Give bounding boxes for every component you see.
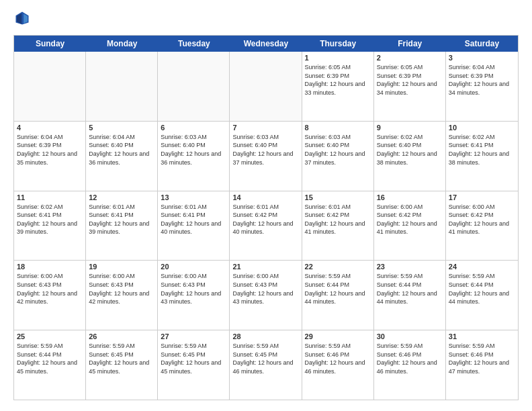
- day-cell-16: 16Sunrise: 6:00 AM Sunset: 6:42 PM Dayli…: [374, 191, 446, 261]
- day-number: 28: [232, 332, 298, 340]
- day-cell-13: 13Sunrise: 6:01 AM Sunset: 6:41 PM Dayli…: [158, 191, 230, 261]
- day-cell-24: 24Sunrise: 5:59 AM Sunset: 6:44 PM Dayli…: [446, 261, 518, 330]
- day-info: Sunrise: 5:59 AM Sunset: 6:45 PM Dayligh…: [89, 342, 154, 375]
- day-cell-31: 31Sunrise: 5:59 AM Sunset: 6:46 PM Dayli…: [446, 330, 518, 400]
- calendar-body: 1Sunrise: 6:05 AM Sunset: 6:39 PM Daylig…: [14, 52, 518, 400]
- header-cell-saturday: Saturday: [446, 36, 518, 52]
- day-info: Sunrise: 6:03 AM Sunset: 6:40 PM Dayligh…: [232, 133, 298, 167]
- day-info: Sunrise: 5:59 AM Sunset: 6:45 PM Dayligh…: [232, 342, 298, 375]
- day-number: 12: [89, 193, 154, 201]
- calendar: SundayMondayTuesdayWednesdayThursdayFrid…: [13, 35, 519, 400]
- empty-cell: [230, 52, 302, 121]
- header-cell-sunday: Sunday: [14, 36, 86, 52]
- day-info: Sunrise: 6:02 AM Sunset: 6:41 PM Dayligh…: [449, 133, 515, 167]
- page: SundayMondayTuesdayWednesdayThursdayFrid…: [0, 0, 532, 411]
- empty-cell: [158, 52, 230, 121]
- day-number: 29: [305, 332, 371, 340]
- day-cell-22: 22Sunrise: 5:59 AM Sunset: 6:44 PM Dayli…: [302, 261, 374, 330]
- day-number: 4: [17, 124, 83, 132]
- day-cell-9: 9Sunrise: 6:02 AM Sunset: 6:40 PM Daylig…: [374, 122, 446, 191]
- day-info: Sunrise: 5:59 AM Sunset: 6:45 PM Dayligh…: [161, 342, 226, 375]
- day-info: Sunrise: 5:59 AM Sunset: 6:44 PM Dayligh…: [17, 342, 83, 375]
- day-info: Sunrise: 6:04 AM Sunset: 6:39 PM Dayligh…: [449, 63, 515, 97]
- day-number: 2: [377, 54, 443, 62]
- day-number: 10: [449, 124, 515, 132]
- day-number: 31: [449, 332, 515, 340]
- day-info: Sunrise: 6:01 AM Sunset: 6:42 PM Dayligh…: [305, 203, 371, 236]
- day-cell-23: 23Sunrise: 5:59 AM Sunset: 6:44 PM Dayli…: [374, 261, 446, 330]
- day-info: Sunrise: 6:05 AM Sunset: 6:39 PM Dayligh…: [305, 63, 371, 97]
- day-number: 27: [161, 332, 226, 340]
- calendar-header: SundayMondayTuesdayWednesdayThursdayFrid…: [14, 36, 518, 52]
- day-cell-3: 3Sunrise: 6:04 AM Sunset: 6:39 PM Daylig…: [446, 52, 518, 121]
- day-number: 21: [232, 263, 298, 271]
- day-number: 11: [17, 193, 83, 201]
- day-info: Sunrise: 5:59 AM Sunset: 6:44 PM Dayligh…: [449, 272, 515, 306]
- day-info: Sunrise: 5:59 AM Sunset: 6:44 PM Dayligh…: [377, 272, 443, 306]
- logo: [13, 11, 30, 28]
- day-info: Sunrise: 6:05 AM Sunset: 6:39 PM Dayligh…: [377, 63, 443, 97]
- header-cell-monday: Monday: [86, 36, 158, 52]
- week-row-4: 25Sunrise: 5:59 AM Sunset: 6:44 PM Dayli…: [14, 330, 518, 400]
- day-number: 19: [89, 263, 154, 271]
- day-info: Sunrise: 6:02 AM Sunset: 6:40 PM Dayligh…: [377, 133, 443, 167]
- logo-icon: [15, 11, 30, 26]
- day-cell-21: 21Sunrise: 6:00 AM Sunset: 6:43 PM Dayli…: [230, 261, 302, 330]
- day-info: Sunrise: 6:01 AM Sunset: 6:41 PM Dayligh…: [89, 203, 154, 236]
- day-info: Sunrise: 6:04 AM Sunset: 6:39 PM Dayligh…: [17, 133, 83, 167]
- day-number: 14: [232, 193, 298, 201]
- day-cell-2: 2Sunrise: 6:05 AM Sunset: 6:39 PM Daylig…: [374, 52, 446, 121]
- empty-cell: [86, 52, 158, 121]
- header-cell-wednesday: Wednesday: [230, 36, 302, 52]
- day-cell-30: 30Sunrise: 5:59 AM Sunset: 6:46 PM Dayli…: [374, 330, 446, 400]
- header-cell-tuesday: Tuesday: [158, 36, 230, 52]
- day-number: 5: [89, 124, 154, 132]
- day-number: 8: [305, 124, 371, 132]
- day-cell-14: 14Sunrise: 6:01 AM Sunset: 6:42 PM Dayli…: [230, 191, 302, 261]
- empty-cell: [14, 52, 86, 121]
- day-number: 23: [377, 263, 443, 271]
- day-cell-17: 17Sunrise: 6:00 AM Sunset: 6:42 PM Dayli…: [446, 191, 518, 261]
- day-cell-29: 29Sunrise: 5:59 AM Sunset: 6:46 PM Dayli…: [302, 330, 374, 400]
- day-number: 26: [89, 332, 154, 340]
- day-number: 22: [305, 263, 371, 271]
- day-info: Sunrise: 5:59 AM Sunset: 6:46 PM Dayligh…: [377, 342, 443, 375]
- day-info: Sunrise: 6:03 AM Sunset: 6:40 PM Dayligh…: [161, 133, 226, 167]
- day-number: 7: [232, 124, 298, 132]
- day-info: Sunrise: 6:04 AM Sunset: 6:40 PM Dayligh…: [89, 133, 154, 167]
- day-cell-7: 7Sunrise: 6:03 AM Sunset: 6:40 PM Daylig…: [230, 122, 302, 191]
- day-cell-15: 15Sunrise: 6:01 AM Sunset: 6:42 PM Dayli…: [302, 191, 374, 261]
- day-info: Sunrise: 6:01 AM Sunset: 6:42 PM Dayligh…: [232, 203, 298, 236]
- day-number: 24: [449, 263, 515, 271]
- week-row-1: 4Sunrise: 6:04 AM Sunset: 6:39 PM Daylig…: [14, 122, 518, 191]
- day-info: Sunrise: 5:59 AM Sunset: 6:44 PM Dayligh…: [305, 272, 371, 306]
- day-cell-10: 10Sunrise: 6:02 AM Sunset: 6:41 PM Dayli…: [446, 122, 518, 191]
- day-cell-1: 1Sunrise: 6:05 AM Sunset: 6:39 PM Daylig…: [302, 52, 374, 121]
- day-cell-19: 19Sunrise: 6:00 AM Sunset: 6:43 PM Dayli…: [86, 261, 158, 330]
- day-info: Sunrise: 5:59 AM Sunset: 6:46 PM Dayligh…: [305, 342, 371, 375]
- day-cell-28: 28Sunrise: 5:59 AM Sunset: 6:45 PM Dayli…: [230, 330, 302, 400]
- day-cell-25: 25Sunrise: 5:59 AM Sunset: 6:44 PM Dayli…: [14, 330, 86, 400]
- day-number: 20: [161, 263, 226, 271]
- day-cell-18: 18Sunrise: 6:00 AM Sunset: 6:43 PM Dayli…: [14, 261, 86, 330]
- day-number: 18: [17, 263, 83, 271]
- day-info: Sunrise: 6:00 AM Sunset: 6:42 PM Dayligh…: [377, 203, 443, 236]
- day-info: Sunrise: 6:02 AM Sunset: 6:41 PM Dayligh…: [17, 203, 83, 236]
- day-number: 30: [377, 332, 443, 340]
- day-number: 6: [161, 124, 226, 132]
- day-cell-4: 4Sunrise: 6:04 AM Sunset: 6:39 PM Daylig…: [14, 122, 86, 191]
- week-row-0: 1Sunrise: 6:05 AM Sunset: 6:39 PM Daylig…: [14, 52, 518, 122]
- day-number: 17: [449, 193, 515, 201]
- day-number: 15: [305, 193, 371, 201]
- day-info: Sunrise: 6:00 AM Sunset: 6:43 PM Dayligh…: [232, 272, 298, 306]
- week-row-2: 11Sunrise: 6:02 AM Sunset: 6:41 PM Dayli…: [14, 191, 518, 261]
- day-info: Sunrise: 6:00 AM Sunset: 6:42 PM Dayligh…: [449, 203, 515, 236]
- day-cell-5: 5Sunrise: 6:04 AM Sunset: 6:40 PM Daylig…: [86, 122, 158, 191]
- day-number: 13: [161, 193, 226, 201]
- day-cell-11: 11Sunrise: 6:02 AM Sunset: 6:41 PM Dayli…: [14, 191, 86, 261]
- day-number: 1: [305, 54, 371, 62]
- day-info: Sunrise: 6:00 AM Sunset: 6:43 PM Dayligh…: [161, 272, 226, 306]
- day-cell-27: 27Sunrise: 5:59 AM Sunset: 6:45 PM Dayli…: [158, 330, 230, 400]
- day-cell-6: 6Sunrise: 6:03 AM Sunset: 6:40 PM Daylig…: [158, 122, 230, 191]
- day-cell-8: 8Sunrise: 6:03 AM Sunset: 6:40 PM Daylig…: [302, 122, 374, 191]
